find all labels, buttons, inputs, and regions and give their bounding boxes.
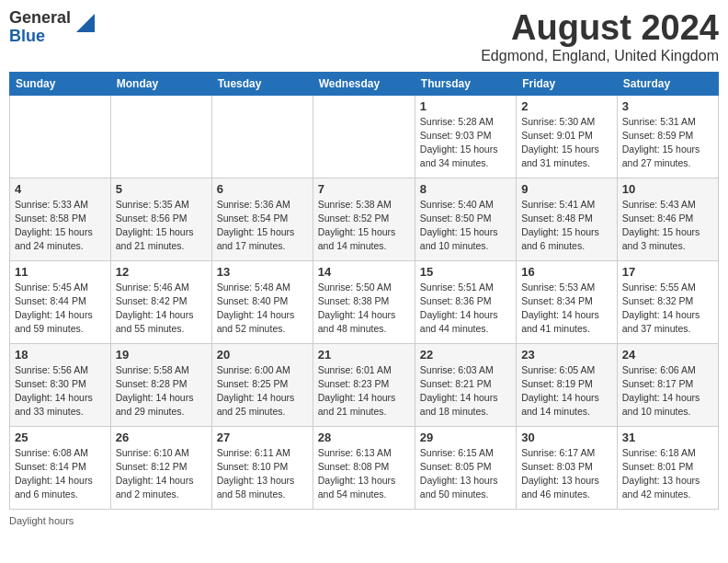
calendar-cell-w4-d1: 26Sunrise: 6:10 AM Sunset: 8:12 PM Dayli…	[110, 426, 211, 509]
day-number: 28	[318, 431, 410, 444]
day-number: 1	[420, 99, 511, 113]
day-number: 7	[318, 182, 410, 196]
calendar-cell-w3-d6: 24Sunrise: 6:06 AM Sunset: 8:17 PM Dayli…	[617, 343, 718, 426]
location-title: Edgmond, England, United Kingdom	[481, 48, 719, 64]
logo-triangle-icon	[76, 14, 95, 32]
calendar-cell-w0-d6: 3Sunrise: 5:31 AM Sunset: 8:59 PM Daylig…	[617, 95, 718, 178]
calendar-cell-w2-d6: 17Sunrise: 5:55 AM Sunset: 8:32 PM Dayli…	[617, 260, 718, 343]
day-number: 27	[217, 431, 308, 444]
day-info: Sunrise: 5:58 AM Sunset: 8:28 PM Dayligh…	[116, 363, 207, 419]
calendar-cell-w4-d3: 28Sunrise: 6:13 AM Sunset: 8:08 PM Dayli…	[313, 426, 415, 509]
day-info: Sunrise: 5:53 AM Sunset: 8:34 PM Dayligh…	[521, 281, 612, 337]
day-header-thursday: Thursday	[415, 72, 516, 95]
day-number: 15	[420, 265, 511, 279]
day-header-sunday: Sunday	[10, 72, 111, 95]
day-info: Sunrise: 6:13 AM Sunset: 8:08 PM Dayligh…	[318, 446, 410, 502]
calendar-cell-w4-d2: 27Sunrise: 6:11 AM Sunset: 8:10 PM Dayli…	[211, 426, 313, 509]
month-title: August 2024	[481, 9, 719, 48]
calendar-cell-w1-d2: 6Sunrise: 5:36 AM Sunset: 8:54 PM Daylig…	[211, 178, 313, 260]
day-number: 30	[521, 431, 612, 444]
day-number: 22	[420, 348, 511, 362]
day-header-wednesday: Wednesday	[313, 72, 415, 95]
calendar-cell-w2-d0: 11Sunrise: 5:45 AM Sunset: 8:44 PM Dayli…	[10, 260, 111, 343]
calendar-cell-w4-d5: 30Sunrise: 6:17 AM Sunset: 8:03 PM Dayli…	[517, 426, 618, 509]
day-number: 21	[318, 348, 410, 362]
day-info: Sunrise: 6:08 AM Sunset: 8:14 PM Dayligh…	[15, 446, 106, 502]
day-number: 19	[116, 348, 207, 362]
day-header-friday: Friday	[517, 72, 618, 95]
day-number: 6	[217, 182, 308, 196]
calendar-cell-w3-d1: 19Sunrise: 5:58 AM Sunset: 8:28 PM Dayli…	[110, 343, 211, 426]
day-info: Sunrise: 6:18 AM Sunset: 8:01 PM Dayligh…	[622, 446, 713, 502]
day-info: Sunrise: 6:11 AM Sunset: 8:10 PM Dayligh…	[217, 446, 308, 502]
page-header: General Blue August 2024 Edgmond, Englan…	[9, 9, 719, 64]
calendar-cell-w1-d5: 9Sunrise: 5:41 AM Sunset: 8:48 PM Daylig…	[517, 178, 618, 260]
day-info: Sunrise: 5:30 AM Sunset: 9:01 PM Dayligh…	[521, 115, 612, 171]
daylight-label: Daylight hours	[9, 515, 74, 526]
day-info: Sunrise: 5:31 AM Sunset: 8:59 PM Dayligh…	[622, 115, 713, 171]
calendar-cell-w3-d0: 18Sunrise: 5:56 AM Sunset: 8:30 PM Dayli…	[10, 343, 111, 426]
calendar-cell-w1-d3: 7Sunrise: 5:38 AM Sunset: 8:52 PM Daylig…	[313, 178, 415, 260]
day-header-saturday: Saturday	[617, 72, 718, 95]
calendar-cell-w2-d4: 15Sunrise: 5:51 AM Sunset: 8:36 PM Dayli…	[415, 260, 516, 343]
calendar-cell-w2-d1: 12Sunrise: 5:46 AM Sunset: 8:42 PM Dayli…	[110, 260, 211, 343]
svg-marker-0	[76, 14, 95, 32]
day-info: Sunrise: 6:17 AM Sunset: 8:03 PM Dayligh…	[521, 446, 612, 502]
calendar-cell-w0-d3	[313, 95, 415, 178]
calendar-cell-w1-d1: 5Sunrise: 5:35 AM Sunset: 8:56 PM Daylig…	[110, 178, 211, 260]
day-info: Sunrise: 5:55 AM Sunset: 8:32 PM Dayligh…	[622, 281, 713, 337]
day-number: 10	[622, 182, 713, 196]
day-number: 20	[217, 348, 308, 362]
day-number: 2	[521, 99, 612, 113]
calendar-table: SundayMondayTuesdayWednesdayThursdayFrid…	[9, 72, 719, 510]
day-number: 13	[217, 265, 308, 279]
calendar-cell-w0-d2	[211, 95, 313, 178]
day-info: Sunrise: 6:06 AM Sunset: 8:17 PM Dayligh…	[622, 363, 713, 419]
day-info: Sunrise: 5:38 AM Sunset: 8:52 PM Dayligh…	[318, 198, 410, 254]
day-info: Sunrise: 5:28 AM Sunset: 9:03 PM Dayligh…	[420, 115, 511, 171]
day-number: 9	[521, 182, 612, 196]
day-number: 17	[622, 265, 713, 279]
calendar-cell-w1-d6: 10Sunrise: 5:43 AM Sunset: 8:46 PM Dayli…	[617, 178, 718, 260]
title-area: August 2024 Edgmond, England, United Kin…	[481, 9, 719, 64]
day-info: Sunrise: 5:46 AM Sunset: 8:42 PM Dayligh…	[116, 281, 207, 337]
calendar-cell-w2-d5: 16Sunrise: 5:53 AM Sunset: 8:34 PM Dayli…	[517, 260, 618, 343]
day-info: Sunrise: 5:36 AM Sunset: 8:54 PM Dayligh…	[217, 198, 308, 254]
day-number: 24	[622, 348, 713, 362]
calendar-cell-w3-d2: 20Sunrise: 6:00 AM Sunset: 8:25 PM Dayli…	[211, 343, 313, 426]
day-number: 31	[622, 431, 713, 444]
calendar-cell-w4-d4: 29Sunrise: 6:15 AM Sunset: 8:05 PM Dayli…	[415, 426, 516, 509]
day-header-monday: Monday	[110, 72, 211, 95]
calendar-cell-w4-d6: 31Sunrise: 6:18 AM Sunset: 8:01 PM Dayli…	[617, 426, 718, 509]
day-info: Sunrise: 5:50 AM Sunset: 8:38 PM Dayligh…	[318, 281, 410, 337]
logo: General Blue	[9, 9, 95, 46]
day-info: Sunrise: 6:10 AM Sunset: 8:12 PM Dayligh…	[116, 446, 207, 502]
footer-note: Daylight hours	[9, 515, 719, 526]
day-number: 16	[521, 265, 612, 279]
day-info: Sunrise: 5:33 AM Sunset: 8:58 PM Dayligh…	[15, 198, 106, 254]
day-info: Sunrise: 5:40 AM Sunset: 8:50 PM Dayligh…	[420, 198, 511, 254]
calendar-cell-w4-d0: 25Sunrise: 6:08 AM Sunset: 8:14 PM Dayli…	[10, 426, 111, 509]
day-info: Sunrise: 5:56 AM Sunset: 8:30 PM Dayligh…	[15, 363, 106, 419]
day-header-tuesday: Tuesday	[211, 72, 313, 95]
calendar-cell-w3-d3: 21Sunrise: 6:01 AM Sunset: 8:23 PM Dayli…	[313, 343, 415, 426]
day-info: Sunrise: 6:15 AM Sunset: 8:05 PM Dayligh…	[420, 446, 511, 502]
day-number: 26	[116, 431, 207, 444]
calendar-cell-w0-d1	[110, 95, 211, 178]
day-number: 4	[15, 182, 106, 196]
calendar-cell-w0-d5: 2Sunrise: 5:30 AM Sunset: 9:01 PM Daylig…	[517, 95, 618, 178]
day-info: Sunrise: 6:00 AM Sunset: 8:25 PM Dayligh…	[217, 363, 308, 419]
day-info: Sunrise: 6:01 AM Sunset: 8:23 PM Dayligh…	[318, 363, 410, 419]
calendar-cell-w0-d0	[10, 95, 111, 178]
day-info: Sunrise: 5:48 AM Sunset: 8:40 PM Dayligh…	[217, 281, 308, 337]
calendar-cell-w3-d4: 22Sunrise: 6:03 AM Sunset: 8:21 PM Dayli…	[415, 343, 516, 426]
day-number: 14	[318, 265, 410, 279]
calendar-cell-w0-d4: 1Sunrise: 5:28 AM Sunset: 9:03 PM Daylig…	[415, 95, 516, 178]
day-info: Sunrise: 6:03 AM Sunset: 8:21 PM Dayligh…	[420, 363, 511, 419]
day-info: Sunrise: 5:51 AM Sunset: 8:36 PM Dayligh…	[420, 281, 511, 337]
day-number: 18	[15, 348, 106, 362]
day-number: 3	[622, 99, 713, 113]
day-number: 12	[116, 265, 207, 279]
day-info: Sunrise: 5:45 AM Sunset: 8:44 PM Dayligh…	[15, 281, 106, 337]
day-info: Sunrise: 5:43 AM Sunset: 8:46 PM Dayligh…	[622, 198, 713, 254]
